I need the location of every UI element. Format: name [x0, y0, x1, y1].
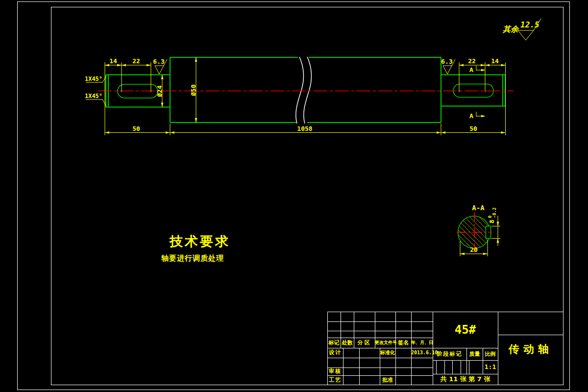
section-key-width: 8	[488, 220, 495, 223]
break-lines	[296, 57, 312, 123]
shaft-drawing-canvas: 14 22 22 14 50 1058 50 6.3 6.3 1X45° 1X4…	[0, 0, 588, 304]
rev-header-zone: 分区	[354, 338, 375, 348]
dim-left-22: 22	[132, 57, 140, 65]
stage-mark-label: 阶段标记	[433, 348, 466, 360]
date-value: 2013.6.10	[411, 348, 433, 358]
section-mark-top: A	[469, 66, 473, 74]
part-name: 传动轴	[498, 335, 564, 364]
chamfer-label-bottom: 1X45°	[85, 93, 102, 99]
weight-label: 质量	[466, 348, 483, 360]
tech-req-title: 技术要求	[170, 233, 230, 250]
dim-seg-left-50: 50	[132, 125, 140, 132]
rev-header-file: 更改文件号	[375, 338, 395, 348]
rev-header-count: 处数	[341, 338, 354, 348]
scale-value: 1:1	[483, 360, 498, 374]
material-value: 45#	[433, 312, 498, 348]
roughness-left-value: 6.3	[153, 58, 164, 65]
dim-right-22: 22	[468, 57, 476, 65]
process-label: 工艺	[327, 375, 343, 385]
sheet-info: 共 11 张 第 7 张	[433, 374, 498, 385]
chamfer-label-top: 1X45°	[85, 75, 102, 82]
dim-seg-mid-1058: 1058	[297, 125, 312, 132]
surface-note-roughness: 12.5	[520, 20, 539, 29]
dim-dia-50: Ø50	[190, 84, 197, 97]
cad-workspace: 14 22 22 14 50 1058 50 6.3 6.3 1X45° 1X4…	[0, 0, 588, 392]
dimension-texts: 14 22 22 14 50 1058 50 6.3 6.3 1X45° 1X4…	[85, 57, 499, 253]
rev-header-date: 年、月、日	[411, 338, 433, 348]
design-label: 设计	[327, 348, 343, 358]
standardize-label: 标准化	[380, 348, 395, 358]
shaft-outline	[106, 57, 505, 122]
rev-header-sign: 签名	[395, 338, 411, 348]
section-title: A-A	[472, 204, 485, 212]
section-mark-bottom: A	[469, 112, 473, 120]
centerlines	[98, 91, 514, 253]
rev-header-mark: 标记	[327, 338, 341, 348]
review-label: 审核	[327, 368, 343, 375]
roughness-right-value: 6.3	[441, 58, 452, 65]
dim-right-14: 14	[491, 57, 499, 65]
section-key-tol-lower: -0.2	[492, 207, 497, 218]
dimension-arrows	[105, 57, 506, 255]
tech-req-item: 轴要进行调质处理	[161, 254, 224, 263]
dim-dia-24: Ø24	[156, 85, 163, 98]
dim-left-14: 14	[109, 57, 117, 65]
scale-label: 比例	[483, 348, 498, 360]
chamfer-leader-bottom	[86, 99, 106, 106]
section-dim-20: 20	[470, 246, 478, 253]
dim-seg-right-50: 50	[469, 125, 477, 132]
approve-label: 批准	[380, 375, 395, 385]
surface-note-prefix: 其余	[503, 24, 518, 35]
